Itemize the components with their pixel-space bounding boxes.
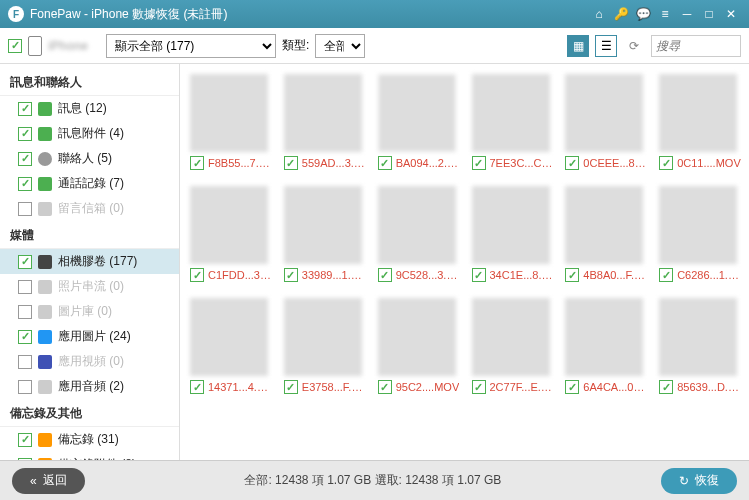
sidebar-item[interactable]: 相機膠卷 (177): [0, 249, 179, 274]
thumbnail-image: [190, 74, 268, 152]
thumbnail-checkbox[interactable]: [190, 268, 204, 282]
thumbnail[interactable]: 14371...4.JPG: [190, 298, 276, 394]
close-icon[interactable]: ✕: [721, 4, 741, 24]
menu-icon[interactable]: ≡: [655, 4, 675, 24]
item-checkbox[interactable]: [18, 433, 32, 447]
thumbnail[interactable]: F8B55...7.JPG: [190, 74, 276, 170]
thumbnail[interactable]: 95C2....MOV: [378, 298, 464, 394]
feedback-icon[interactable]: 💬: [633, 4, 653, 24]
sidebar-item[interactable]: 備忘錄附件 (8): [0, 452, 179, 460]
thumbnail-checkbox[interactable]: [565, 380, 579, 394]
thumbnail-checkbox[interactable]: [284, 380, 298, 394]
item-checkbox[interactable]: [18, 152, 32, 166]
item-checkbox[interactable]: [18, 330, 32, 344]
thumbnail-checkbox[interactable]: [378, 380, 392, 394]
ico-call-icon: [38, 177, 52, 191]
thumbnail-checkbox[interactable]: [284, 268, 298, 282]
thumbnail-checkbox[interactable]: [190, 380, 204, 394]
thumbnail[interactable]: 34C1E...8.THM: [472, 186, 558, 282]
item-checkbox[interactable]: [18, 380, 32, 394]
recover-button[interactable]: ↻ 恢復: [661, 468, 737, 494]
sidebar-item[interactable]: 訊息附件 (4): [0, 121, 179, 146]
ico-vm-icon: [38, 202, 52, 216]
thumbnail[interactable]: 4B8A0...F.JPG: [565, 186, 651, 282]
item-checkbox[interactable]: [18, 255, 32, 269]
sidebar-item[interactable]: 應用音頻 (2): [0, 374, 179, 399]
item-label: 通話記錄 (7): [58, 175, 169, 192]
sidebar-item[interactable]: 應用圖片 (24): [0, 324, 179, 349]
thumbnail[interactable]: C6286...1.JPG: [659, 186, 745, 282]
sidebar-item[interactable]: 圖片庫 (0): [0, 299, 179, 324]
thumbnail-filename: E3758...F.JPG: [302, 381, 366, 393]
minimize-icon[interactable]: ─: [677, 4, 697, 24]
back-button[interactable]: « 返回: [12, 468, 85, 494]
thumbnail-checkbox[interactable]: [472, 156, 486, 170]
item-label: 訊息 (12): [58, 100, 169, 117]
device-checkbox[interactable]: [8, 39, 22, 53]
sidebar-item[interactable]: 應用視頻 (0): [0, 349, 179, 374]
thumbnail-checkbox[interactable]: [659, 268, 673, 282]
key-icon[interactable]: 🔑: [611, 4, 631, 24]
thumbnail[interactable]: 0CEEE...8.JPG: [565, 74, 651, 170]
list-view-button[interactable]: ☰: [595, 35, 617, 57]
thumbnail-caption: C1FDD...3.JPG: [190, 268, 276, 282]
thumbnail-caption: 0C11....MOV: [659, 156, 745, 170]
ico-note-icon: [38, 433, 52, 447]
thumbnail[interactable]: C1FDD...3.JPG: [190, 186, 276, 282]
thumbnail[interactable]: 559AD...3.JPG: [284, 74, 370, 170]
sidebar-item[interactable]: 照片串流 (0): [0, 274, 179, 299]
maximize-icon[interactable]: □: [699, 4, 719, 24]
item-label: 相機膠卷 (177): [58, 253, 169, 270]
sidebar-item[interactable]: 留言信箱 (0): [0, 196, 179, 221]
item-checkbox[interactable]: [18, 127, 32, 141]
item-label: 留言信箱 (0): [58, 200, 169, 217]
item-label: 圖片庫 (0): [58, 303, 169, 320]
item-label: 備忘錄 (31): [58, 431, 169, 448]
item-checkbox[interactable]: [18, 305, 32, 319]
thumbnail-checkbox[interactable]: [472, 268, 486, 282]
grid-view-button[interactable]: ▦: [567, 35, 589, 57]
thumbnail[interactable]: 7EE3C...C.JPG: [472, 74, 558, 170]
device-icon: [28, 36, 42, 56]
thumbnail-image: [565, 298, 643, 376]
thumbnail-checkbox[interactable]: [472, 380, 486, 394]
sidebar-item[interactable]: 訊息 (12): [0, 96, 179, 121]
thumbnail-checkbox[interactable]: [378, 268, 392, 282]
show-dropdown[interactable]: 顯示全部 (177): [106, 34, 276, 58]
thumbnail-filename: 9C528...3.JPG: [396, 269, 460, 281]
thumbnail-checkbox[interactable]: [378, 156, 392, 170]
thumbnail[interactable]: 33989...1.JPG: [284, 186, 370, 282]
thumbnail[interactable]: 6A4CA...0.JPG: [565, 298, 651, 394]
thumbnail-checkbox[interactable]: [190, 156, 204, 170]
item-checkbox[interactable]: [18, 355, 32, 369]
sidebar-item[interactable]: 聯絡人 (5): [0, 146, 179, 171]
thumbnail[interactable]: E3758...F.JPG: [284, 298, 370, 394]
thumbnail-checkbox[interactable]: [659, 380, 673, 394]
thumbnail-image: [190, 298, 268, 376]
thumbnail[interactable]: BA094...2.JPG: [378, 74, 464, 170]
search-input[interactable]: [651, 35, 741, 57]
thumbnail-checkbox[interactable]: [565, 156, 579, 170]
sidebar-item[interactable]: 通話記錄 (7): [0, 171, 179, 196]
thumbnail-image: [472, 186, 550, 264]
thumbnail[interactable]: 85639...D.JPG: [659, 298, 745, 394]
thumbnail-checkbox[interactable]: [659, 156, 673, 170]
thumbnail[interactable]: 0C11....MOV: [659, 74, 745, 170]
titlebar: F FonePaw - iPhone 數據恢復 (未註冊) ⌂ 🔑 💬 ≡ ─ …: [0, 0, 749, 28]
sidebar-item[interactable]: 備忘錄 (31): [0, 427, 179, 452]
home-icon[interactable]: ⌂: [589, 4, 609, 24]
item-checkbox[interactable]: [18, 177, 32, 191]
thumbnail-checkbox[interactable]: [284, 156, 298, 170]
ico-msg-icon: [38, 102, 52, 116]
thumbnail[interactable]: 9C528...3.JPG: [378, 186, 464, 282]
item-checkbox[interactable]: [18, 280, 32, 294]
item-checkbox[interactable]: [18, 202, 32, 216]
refresh-icon[interactable]: ⟳: [623, 35, 645, 57]
device-label: iPhone: [48, 39, 88, 53]
thumbnail-filename: BA094...2.JPG: [396, 157, 460, 169]
thumbnail[interactable]: 2C77F...E.JPG: [472, 298, 558, 394]
thumbnail-checkbox[interactable]: [565, 268, 579, 282]
thumbnail-image: [378, 186, 456, 264]
item-checkbox[interactable]: [18, 102, 32, 116]
type-dropdown[interactable]: 全部: [315, 34, 365, 58]
